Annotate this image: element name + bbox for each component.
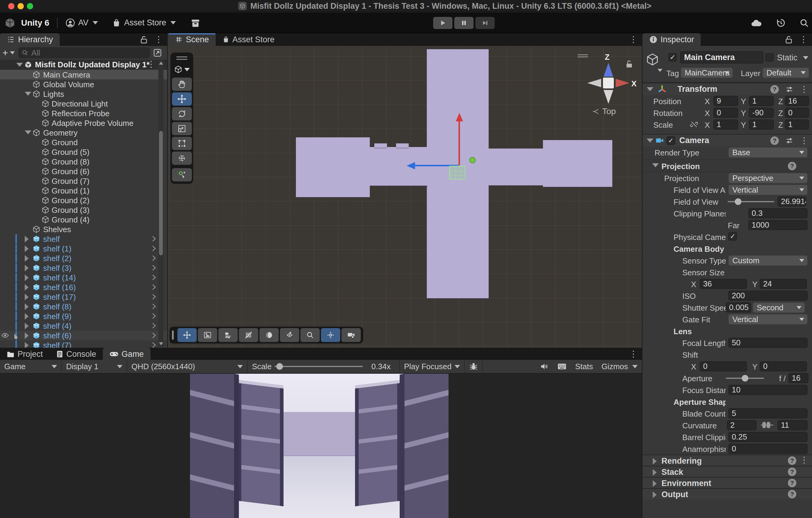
minmax-slider-icon[interactable]: [760, 421, 774, 429]
expand-chevron-icon[interactable]: [150, 312, 157, 320]
static-checkbox[interactable]: [765, 53, 774, 61]
search-icon[interactable]: [799, 18, 809, 28]
hierarchy-item[interactable]: shelf (9): [0, 311, 167, 321]
vector-field[interactable]: 1: [785, 119, 809, 130]
hierarchy-item[interactable]: Geometry: [0, 128, 167, 137]
foldout-closed-icon[interactable]: [25, 323, 29, 329]
value-field[interactable]: 200: [728, 291, 808, 301]
camera-settings-button[interactable]: [342, 328, 361, 342]
tab-project[interactable]: Project: [0, 348, 50, 360]
play-mode-dropdown[interactable]: Play Focused: [400, 360, 465, 373]
foldout-closed-icon[interactable]: [25, 332, 29, 339]
vector-field[interactable]: 1: [749, 96, 774, 106]
collapsed-section-rendering[interactable]: Rendering?⋮: [642, 455, 812, 466]
panel-menu-icon[interactable]: ⋮: [799, 35, 808, 44]
vector-field[interactable]: 1: [713, 119, 738, 130]
pause-button[interactable]: [454, 17, 473, 29]
foldout-open-icon[interactable]: [25, 130, 31, 134]
slider-knob[interactable]: [735, 198, 742, 205]
value-field[interactable]: 24: [760, 279, 807, 289]
overlay-drag-handle[interactable]: [578, 53, 588, 59]
search-scene-button[interactable]: [300, 328, 320, 342]
mute-audio-button[interactable]: [535, 360, 553, 373]
value-field[interactable]: 0: [728, 444, 808, 454]
scene-menu-icon[interactable]: ⋮: [147, 60, 155, 69]
expand-chevron-icon[interactable]: [150, 254, 157, 262]
value-field[interactable]: 0.005: [726, 302, 751, 312]
tab-game[interactable]: Game: [103, 348, 150, 360]
help-icon[interactable]: ?: [771, 136, 779, 145]
foldout-closed-icon[interactable]: [25, 313, 29, 320]
scroll-down-icon[interactable]: [159, 342, 163, 345]
hierarchy-item[interactable]: shelf (14): [0, 273, 167, 282]
expand-chevron-icon[interactable]: [150, 283, 157, 291]
component-menu-icon[interactable]: ⋮: [800, 136, 808, 145]
view-lock-icon[interactable]: [625, 60, 633, 68]
hierarchy-item[interactable]: Ground: [0, 137, 167, 147]
expand-chevron-icon[interactable]: [150, 303, 157, 310]
gizmo-west-cone[interactable]: [587, 79, 601, 87]
foldout-closed-icon[interactable]: [25, 294, 29, 300]
lock-icon[interactable]: [785, 35, 793, 44]
hierarchy-item[interactable]: Ground (4): [0, 215, 167, 224]
gizmo-center-cube[interactable]: [603, 78, 614, 88]
help-icon[interactable]: ?: [788, 479, 796, 487]
hierarchy-search-box[interactable]: [19, 47, 150, 58]
pickability-hand-icon[interactable]: [11, 331, 19, 339]
vector-field[interactable]: -90: [749, 108, 774, 118]
foldout-closed-icon[interactable]: [25, 255, 29, 262]
foldout-open-icon[interactable]: [652, 163, 659, 167]
expand-chevron-icon[interactable]: [150, 235, 157, 242]
overlay-drag-handle[interactable]: [176, 55, 187, 61]
foldout-closed-icon[interactable]: [25, 303, 29, 310]
hierarchy-item[interactable]: Global Volume: [0, 79, 167, 89]
panel-menu-icon[interactable]: ⋮: [154, 35, 163, 44]
cloud-icon[interactable]: [751, 19, 762, 27]
gizmo-south-cone[interactable]: [604, 90, 613, 104]
debug-mode-button[interactable]: [465, 360, 483, 373]
collapsed-section-stack[interactable]: Stack?: [642, 466, 812, 477]
projection-section-header[interactable]: Projection?: [642, 159, 812, 172]
foldout-closed-icon[interactable]: [653, 491, 657, 498]
effects-toggle-button[interactable]: [280, 328, 299, 342]
property-checkbox[interactable]: ✓: [728, 232, 737, 241]
hierarchy-search-input[interactable]: [31, 48, 147, 58]
game-target-dropdown[interactable]: Game: [0, 360, 62, 373]
collapsed-section-environment[interactable]: Environment?: [642, 477, 812, 488]
help-icon[interactable]: ?: [788, 490, 796, 498]
overlay-drag-handle[interactable]: [172, 331, 174, 339]
property-dropdown[interactable]: Vertical: [728, 185, 808, 195]
pan-mode-button[interactable]: [177, 328, 197, 342]
expand-chevron-icon[interactable]: [150, 322, 157, 329]
move-tool-button[interactable]: [172, 92, 192, 106]
rotate-tool-button[interactable]: [172, 107, 192, 120]
tool-context-dropdown[interactable]: [172, 63, 192, 76]
value-field[interactable]: 36: [700, 279, 747, 289]
tab-scene[interactable]: Scene: [168, 33, 216, 46]
lock-icon[interactable]: [140, 35, 148, 44]
history-icon[interactable]: [776, 18, 786, 28]
foldout-closed-icon[interactable]: [25, 284, 29, 291]
hierarchy-item[interactable]: Main Camera: [0, 70, 167, 79]
help-icon[interactable]: ?: [771, 85, 779, 93]
gizmo-x-cone[interactable]: [616, 79, 630, 87]
expand-chevron-icon[interactable]: [150, 332, 157, 339]
view-orientation-button[interactable]: ≺Top: [592, 106, 616, 116]
gizmos-dropdown[interactable]: Gizmos: [597, 360, 642, 373]
stats-button[interactable]: Stats: [571, 360, 597, 373]
vector-field[interactable]: 0: [713, 108, 738, 118]
value-field[interactable]: 1000: [748, 220, 808, 230]
panel-menu-icon[interactable]: ⋮: [629, 350, 638, 358]
layer-dropdown[interactable]: Default: [762, 67, 809, 78]
hierarchy-item[interactable]: Ground (8): [0, 157, 167, 166]
scene-picker-icon[interactable]: [153, 48, 162, 57]
value-field[interactable]: 0: [760, 361, 807, 371]
transform-tool-button[interactable]: [172, 152, 192, 165]
gizmo-z-cone[interactable]: [604, 63, 613, 77]
foldout-closed-icon[interactable]: [653, 469, 657, 476]
property-dropdown[interactable]: Perspective: [728, 173, 808, 183]
archive-icon[interactable]: [190, 19, 201, 27]
collapsed-section-output[interactable]: Output?: [642, 488, 812, 499]
foldout-open-icon[interactable]: [647, 139, 653, 142]
slider-knob[interactable]: [742, 375, 748, 382]
